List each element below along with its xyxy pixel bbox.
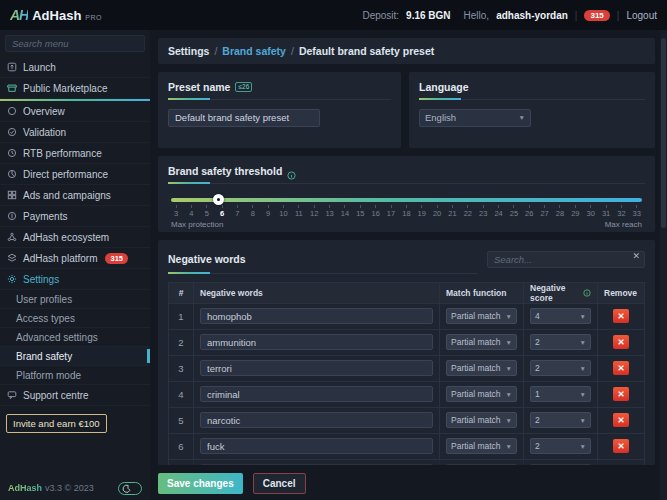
slider-tick-17[interactable]: 17 [386, 205, 396, 218]
slider-tick-32[interactable]: 32 [616, 205, 626, 218]
slider-tick-30[interactable]: 30 [586, 205, 596, 218]
search-input[interactable] [487, 251, 645, 268]
notification-badge[interactable]: 315 [584, 10, 609, 21]
preset-name-input[interactable] [168, 109, 320, 127]
logout-button[interactable]: Logout [626, 10, 657, 21]
sidebar-subitem-access-types[interactable]: Access types [0, 309, 150, 328]
slider-tick-11[interactable]: 11 [294, 205, 304, 218]
slider-tick-10[interactable]: 10 [279, 205, 289, 218]
username[interactable]: adhash-yordan [496, 10, 568, 21]
match-function-select[interactable]: Partial match▼ [446, 438, 517, 454]
slider-tick-12[interactable]: 12 [309, 205, 319, 218]
slider-tick-9[interactable]: 9 [263, 205, 273, 218]
negative-score-select[interactable]: 1▼ [530, 386, 591, 402]
sidebar-item-direct-performance[interactable]: Direct performance [0, 164, 150, 185]
sidebar-item-launch[interactable]: Launch [0, 57, 150, 78]
slider-tick-5[interactable]: 5 [202, 205, 212, 218]
remove-word-button[interactable]: ✕ [613, 309, 629, 323]
adhash-logo[interactable]: AH AdHash PRO [10, 7, 102, 23]
breadcrumb-brand-safety-link[interactable]: Brand safety [222, 45, 286, 57]
slider-tick-22[interactable]: 22 [463, 205, 473, 218]
slider-tick-19[interactable]: 19 [417, 205, 427, 218]
invite-earn-button[interactable]: Invite and earn €100 [6, 414, 107, 433]
slider-tick-15[interactable]: 15 [355, 205, 365, 218]
slider-tick-21[interactable]: 21 [447, 205, 457, 218]
slider-tick-13[interactable]: 13 [325, 205, 335, 218]
remove-word-button[interactable]: ✕ [613, 387, 629, 401]
match-function-select[interactable]: Partial match▼ [446, 464, 517, 465]
sidebar-item-payments[interactable]: Payments [0, 206, 150, 227]
remove-word-button[interactable]: ✕ [613, 413, 629, 427]
slider-tick-29[interactable]: 29 [570, 205, 580, 218]
negative-word-input[interactable] [200, 412, 433, 428]
negative-word-input[interactable] [200, 334, 433, 350]
negative-score-select[interactable]: 2▼ [530, 438, 591, 454]
sidebar-item-rtb-performance[interactable]: RTB performance [0, 143, 150, 164]
sidebar-item-overview[interactable]: Overview [0, 101, 150, 122]
match-function-select[interactable]: Partial match▼ [446, 334, 517, 350]
clear-search-icon[interactable]: ✕ [632, 251, 640, 261]
info-icon[interactable] [287, 166, 296, 175]
sidebar-item-adhash-ecosystem[interactable]: AdHash ecosystem [0, 227, 150, 248]
slider-tick-23[interactable]: 23 [478, 205, 488, 218]
slider-tick-4[interactable]: 4 [186, 205, 196, 218]
slider-tick-7[interactable]: 7 [232, 205, 242, 218]
save-changes-button[interactable]: Save changes [158, 473, 243, 494]
slider-handle[interactable] [213, 194, 224, 205]
sidebar-item-ads-and-campaigns[interactable]: Ads and campaigns [0, 185, 150, 206]
negative-score-select[interactable]: 2▼ [530, 334, 591, 350]
slider-tick-16[interactable]: 16 [371, 205, 381, 218]
remove-word-button[interactable]: ✕ [613, 361, 629, 375]
sidebar-item-adhash-platform[interactable]: AdHash platform315 [0, 248, 150, 269]
breadcrumb-settings[interactable]: Settings [168, 45, 209, 57]
sidebar-item-settings[interactable]: Settings [0, 269, 150, 290]
slider-tick-27[interactable]: 27 [540, 205, 550, 218]
slider-tick-33[interactable]: 33 [632, 205, 642, 218]
remove-word-button[interactable]: ✕ [613, 335, 629, 349]
sidebar-item-validation[interactable]: Validation [0, 122, 150, 143]
negative-word-input[interactable] [200, 386, 433, 402]
slider-tick-6[interactable]: 6 [217, 205, 227, 218]
negative-score-select[interactable]: 1▼ [530, 464, 591, 465]
remove-word-button[interactable]: ✕ [613, 439, 629, 453]
slider-track[interactable] [171, 198, 642, 202]
sidebar-subitem-user-profiles[interactable]: User profiles [0, 290, 150, 309]
threshold-slider[interactable] [171, 198, 642, 202]
language-select[interactable]: English ▼ [419, 109, 531, 127]
slider-tick-25[interactable]: 25 [509, 205, 519, 218]
sidebar-subitem-advanced-settings[interactable]: Advanced settings [0, 328, 150, 347]
negative-score-select[interactable]: 2▼ [530, 412, 591, 428]
match-function-select[interactable]: Partial match▼ [446, 308, 517, 324]
slider-tick-14[interactable]: 14 [340, 205, 350, 218]
sidebar-subitem-platform-mode[interactable]: Platform mode [0, 366, 150, 385]
page-scrollbar[interactable] [660, 30, 667, 500]
negative-word-input[interactable] [200, 464, 433, 465]
slider-tick-26[interactable]: 26 [524, 205, 534, 218]
info-icon[interactable] [583, 289, 591, 297]
scrollbar-thumb[interactable] [661, 38, 666, 228]
slider-tick-24[interactable]: 24 [494, 205, 504, 218]
slider-tick-28[interactable]: 28 [555, 205, 565, 218]
negative-word-input[interactable] [200, 438, 433, 454]
match-function-select[interactable]: Partial match▼ [446, 412, 517, 428]
slider-tick-3[interactable]: 3 [171, 205, 181, 218]
negative-score-select[interactable]: 4▼ [530, 308, 591, 324]
match-function-select[interactable]: Partial match▼ [446, 360, 517, 376]
match-cell: Partial match▼ [440, 304, 524, 329]
sidebar-item-public-marketplace[interactable]: Public Marketplace [0, 78, 150, 99]
dark-mode-toggle[interactable] [118, 482, 142, 495]
negative-word-input[interactable] [200, 360, 433, 376]
sidebar-item-support-centre[interactable]: Support centre [0, 385, 150, 406]
negative-word-input[interactable] [200, 308, 433, 324]
negative-score-select[interactable]: 2▼ [530, 360, 591, 376]
slider-tick-31[interactable]: 31 [601, 205, 611, 218]
slider-tick-18[interactable]: 18 [401, 205, 411, 218]
tick-label: 23 [479, 209, 487, 218]
sidebar-subitem-brand-safety[interactable]: Brand safety [0, 347, 150, 366]
cancel-button[interactable]: Cancel [253, 473, 306, 494]
match-function-select[interactable]: Partial match▼ [446, 386, 517, 402]
slider-tick-8[interactable]: 8 [248, 205, 258, 218]
word-cell [194, 382, 440, 407]
slider-tick-20[interactable]: 20 [432, 205, 442, 218]
sidebar-search-input[interactable] [5, 35, 145, 52]
